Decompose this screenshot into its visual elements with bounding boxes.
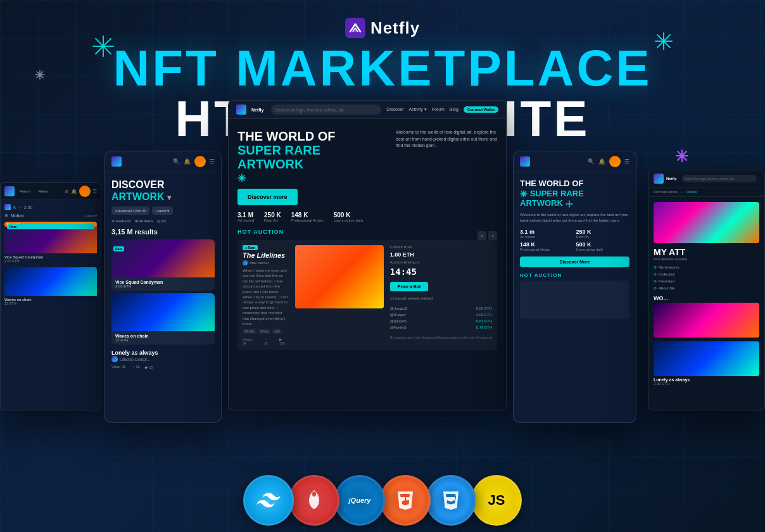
screen2-discover-title: Discover — [111, 179, 215, 191]
screen4-hero: THE WORLD OF SUPER RARE ARTWORK Welcome … — [514, 172, 636, 325]
screen2-card-2-title: Waves on chain — [115, 334, 211, 338]
screen3-nav-forum[interactable]: Forum — [432, 107, 445, 112]
screen3-stat-4: 500 K Users active daily — [334, 212, 364, 222]
screen2-card-2-info: Waves on chain 12 ETH — [111, 331, 215, 345]
screen-desktop-left-partial: Forum News ⊘ 🔔 ☰ K > 2:30 ◉ Mo — [0, 182, 101, 410]
screen5-details-link[interactable]: Details — [686, 190, 697, 194]
screen1-card-2: Waves on chain 12 ETH — [4, 267, 97, 307]
screen5-collection-item[interactable]: ⊛ Collection — [654, 270, 759, 277]
screen3-auction-card-left: ● Rare The Lifelines Max Kercer When I o… — [243, 245, 289, 345]
screen5-lonely-title: Lonely as always — [654, 377, 759, 382]
screen3-auction-timer: 14:45 — [390, 267, 417, 277]
screen5-about-me-item[interactable]: ⊛ About Me — [654, 284, 759, 291]
screen2-rare-badge: Rare — [113, 241, 124, 253]
screen2-avatar — [194, 156, 206, 167]
screen4-stat-3-value: 148 K — [520, 241, 574, 248]
screen4-hero-title: THE WORLD OF SUPER RARE ARTWORK — [520, 179, 629, 208]
screen5-wo-title: WO... — [654, 295, 759, 301]
screen4-stat-2-label: Rare Art — [576, 235, 630, 239]
screen5-favorited-item[interactable]: ⊛ Favorited — [654, 277, 759, 284]
screen1-card-1-image: Featured Rare — [4, 222, 97, 253]
screen3-hero: THE WORLD OF SUPER RARE ARTWORK Discover… — [229, 119, 506, 229]
screen4-stat-1: 3.1 m Art stored — [520, 229, 574, 239]
screen2-nav: 🔍 🔔 ☰ — [105, 151, 221, 172]
screen4-stat-4: 500 K Users active daily — [576, 241, 630, 251]
screen2-all-tab[interactable]: ⊞ All Items — [135, 218, 153, 223]
screen3-search-input[interactable]: Search by tags, themes, artists, etc — [271, 104, 381, 115]
screen3-auction-bid-panel: Current Price 1.00 ETH Auction Ending in… — [390, 245, 492, 345]
screen3-hero-title: THE WORLD OF SUPER RARE ARTWORK — [237, 129, 388, 171]
screen4-stat-4-label: Users active daily — [576, 248, 630, 251]
screen3-auction-section: HOT AUCTION ‹ › ● Rare The Lifelines — [229, 229, 506, 357]
screen3-auction-artwork-image — [295, 245, 384, 308]
screen4-avatar — [609, 156, 621, 167]
screen3-bidder-1: @JorgeJ2 5.00 ETH — [390, 305, 492, 312]
screen3-stats: 3.1 M Art stored 250 K Rare Art 148 K Pr… — [237, 212, 388, 222]
screen3-tag-netfly: #Netfly — [243, 329, 256, 334]
screen5-nav: Netfly Search by tags, themes, artists, … — [648, 170, 764, 187]
screen3-place-bid-btn[interactable]: Price a Bid — [390, 282, 428, 291]
svg-point-1 — [312, 491, 316, 497]
screen4-stat-2: 250 K Rare Art — [576, 229, 630, 239]
javascript-icon: JS — [471, 475, 522, 526]
screen2-lonely-info: Lilliotto Lampi... — [111, 356, 215, 362]
screen1-logo — [4, 186, 15, 196]
screen2-card-1: Rare Vice Squad Candyman 2.00 ETH — [111, 239, 215, 291]
screen2-footer-stats: View: 3k ↔ 1k ▶ 15 — [111, 365, 215, 369]
screen3-nav-activity[interactable]: Activity ▾ — [409, 107, 427, 112]
screen3-nav: Netfly Search by tags, themes, artists, … — [229, 101, 506, 119]
screen4-logo — [520, 156, 530, 167]
screen4-stat-3-label: Professional Artists — [520, 248, 574, 251]
screen1-forum-tab: Forum — [17, 188, 33, 194]
screen4-stat-1-label: Art stored — [520, 235, 574, 239]
screen3-next-btn[interactable]: › — [488, 231, 497, 240]
screen1-card-2-price: 12 ETH — [4, 301, 97, 305]
netfly-logo-icon — [345, 18, 365, 38]
main-container: Netfly NFT MARKETPLACE HTML WEBSITE Foru… — [0, 0, 765, 532]
screen3-discover-more-btn[interactable]: Discover more — [237, 189, 298, 205]
screen2-latest-sort-btn[interactable]: Latest ▾ — [152, 206, 173, 215]
gulp-icon — [289, 475, 339, 526]
screen3-auction-legal: By placing a bid, Luke Modi post-Minimum… — [390, 336, 492, 339]
screen5-logo — [654, 174, 664, 184]
screen3-nav-blog[interactable]: Blog — [450, 107, 458, 112]
screen-desktop-center: Netfly Search by tags, themes, artists, … — [228, 100, 507, 410]
screen5-search-input[interactable]: Search by tags, themes, artists, etc — [682, 175, 757, 182]
screen3-stat-3-value: 148 K — [291, 212, 324, 218]
screen2-art-tab[interactable]: ◎ Art — [157, 218, 166, 223]
screen3-auction-card-author: Max Kercer — [243, 260, 289, 265]
tailwind-icon — [243, 475, 294, 526]
screen2-filter-row: Advanced Filter ⚙ Latest ▾ — [111, 206, 215, 215]
screen-desktop-right-partial: Netfly Search by tags, themes, artists, … — [648, 170, 765, 410]
screen5-discover-artists-link[interactable]: Discover Artists — [654, 190, 678, 194]
screen4-stat-3: 148 K Professional Artists — [520, 241, 574, 251]
screen3-nav-discover[interactable]: Discover — [386, 107, 403, 112]
screen3-bidders-count: 11 people already bidded — [390, 296, 433, 300]
screen1-avatar — [79, 186, 91, 197]
screen3-bidders-list: @JorgeJ2 5.00 ETH @ICviper 4.00 ETH @pil… — [390, 305, 492, 331]
screen5-my-artworks-item[interactable]: ⊛ My Artworks — [654, 263, 759, 270]
screen1-motion-label: Motion — [11, 213, 24, 218]
sparkle-top-right — [654, 32, 673, 53]
screen3-hero-description: Welcome to the world of rare digital art… — [396, 129, 497, 149]
screen5-brand-name: Netfly — [666, 177, 677, 180]
tech-icons-row: jQuery JS — [246, 475, 519, 526]
screen4-description: Welcome to the world of rare digital art… — [520, 212, 629, 224]
screen3-connect-wallet-btn[interactable]: Connect Wallet — [464, 106, 498, 113]
screen4-discover-more-btn[interactable]: Discover More — [520, 256, 629, 267]
screen3-current-price-label: Current Price — [390, 245, 412, 249]
screen4-stat-2-value: 250 K — [576, 229, 630, 235]
screen5-breadcrumb-nav: Discover Artists › Details — [648, 187, 764, 197]
screen3-auction-tags: #Netfly #Rare #Art — [243, 329, 289, 334]
screen3-prev-btn[interactable]: ‹ — [477, 231, 486, 240]
screen4-stats: 3.1 m Art stored 250 K Rare Art 148 K Pr… — [520, 229, 629, 251]
screen3-auction-card-description: When I open my eyes and see the lines th… — [243, 268, 289, 326]
screen3-author-avatar — [243, 260, 248, 265]
screen2-advanced-filter-btn[interactable]: Advanced Filter ⚙ — [111, 206, 149, 215]
screen4-nav: 🔍 🔔 ☰ — [514, 151, 636, 172]
screen3-auction-timer-label: Auction Ending in — [390, 260, 420, 264]
brand-header: Netfly — [345, 18, 420, 38]
screen3-rare-badge-row: ● Rare — [243, 245, 289, 250]
screen2-content: Discover Artwork ▾ Advanced Filter ⚙ Lat… — [105, 172, 221, 376]
screen2-featured-tab[interactable]: ⊛ Featured — [111, 218, 131, 223]
